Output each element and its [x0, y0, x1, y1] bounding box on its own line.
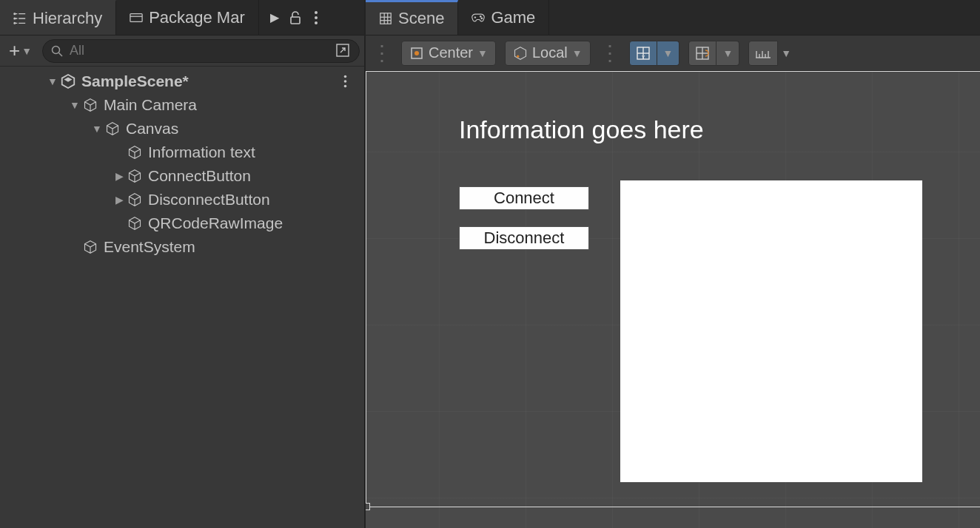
grid-toggle-group: Y ▼: [629, 41, 680, 66]
hierarchy-item-label: Main Camera: [104, 96, 358, 114]
unity-scene-icon: [59, 72, 77, 90]
snap-increment-icon: [695, 46, 710, 61]
hierarchy-item-label: ConnectButton: [148, 167, 358, 185]
svg-point-14: [344, 85, 347, 88]
gameobject-cube-icon: [126, 191, 144, 209]
chevron-down-icon: ▼: [21, 45, 32, 57]
svg-point-1: [14, 18, 16, 19]
space-mode-label: Local: [532, 44, 568, 61]
svg-point-13: [344, 80, 347, 83]
chevron-down-icon: ▼: [477, 47, 488, 59]
toolbar-separator: ⋮: [600, 41, 620, 65]
pivot-mode-button[interactable]: Center ▼: [401, 41, 496, 66]
hierarchy-item-connect-button[interactable]: ▶ ConnectButton: [0, 164, 364, 188]
chevron-down-icon: ▼: [722, 47, 733, 59]
gamepad-icon: [471, 11, 485, 24]
hierarchy-tree: ▼ SampleScene* ▼ Main Camera ▼ Canvas: [0, 67, 364, 262]
expand-arrow-icon[interactable]: ▶: [113, 170, 126, 182]
tab-game[interactable]: Game: [458, 0, 549, 35]
svg-point-9: [53, 46, 60, 53]
lock-icon[interactable]: [289, 11, 302, 24]
svg-point-26: [517, 55, 519, 57]
svg-point-0: [14, 13, 16, 14]
scene-panel: Scene Game ⋮ Center ▼ Local ▼ ⋮: [366, 0, 980, 528]
tab-overflow-arrow-icon[interactable]: ▶: [268, 11, 281, 24]
hierarchy-item-label: Information text: [148, 143, 358, 161]
chevron-down-icon: ▼: [663, 47, 674, 59]
svg-point-12: [344, 75, 347, 78]
ruler-button[interactable]: [748, 41, 778, 66]
tab-scene-label: Scene: [398, 9, 444, 28]
pivot-mode-label: Center: [429, 44, 473, 61]
disconnect-button[interactable]: Disconnect: [459, 226, 589, 250]
hierarchy-panel: Hierarchy Package Mar ▶ + ▼: [0, 0, 366, 528]
plus-icon: +: [9, 39, 20, 62]
right-tabs: Scene Game: [366, 0, 980, 35]
gameobject-cube-icon: [126, 143, 144, 161]
search-expand-icon[interactable]: [335, 43, 352, 59]
canvas-resize-handle[interactable]: [366, 503, 370, 510]
toolbar-separator: ⋮: [372, 41, 392, 65]
kebab-icon[interactable]: [343, 75, 358, 88]
svg-line-10: [59, 53, 63, 56]
scene-grid-icon: [379, 12, 392, 25]
snap-increment-group: ▼: [688, 41, 739, 66]
hierarchy-toolbar: + ▼: [0, 35, 364, 67]
chevron-down-icon: ▼: [572, 47, 583, 59]
grid-snap-button[interactable]: Y: [629, 41, 657, 66]
hierarchy-search[interactable]: [42, 39, 360, 63]
hierarchy-item-label: SampleScene*: [81, 72, 343, 90]
hierarchy-item-main-camera[interactable]: ▼ Main Camera: [0, 93, 364, 117]
gameobject-cube-icon: [81, 96, 99, 114]
grid-snap-dropdown[interactable]: ▼: [657, 41, 680, 66]
tab-package-manager[interactable]: Package Mar: [116, 0, 259, 35]
expand-arrow-icon[interactable]: ▶: [113, 194, 126, 206]
qrcode-raw-image[interactable]: [620, 180, 922, 482]
hierarchy-icon: [13, 12, 27, 25]
space-local-icon: [513, 46, 528, 61]
svg-rect-15: [380, 13, 391, 24]
package-icon: [130, 11, 143, 24]
add-button[interactable]: + ▼: [4, 38, 36, 64]
hierarchy-item-label: QRCodeRawImage: [148, 214, 358, 232]
tab-game-label: Game: [491, 8, 535, 27]
svg-point-7: [315, 16, 318, 19]
tab-scene[interactable]: Scene: [366, 0, 458, 35]
ruler-group: ▼: [748, 41, 794, 66]
grid-snap-icon: Y: [636, 46, 651, 61]
expand-arrow-icon[interactable]: ▼: [68, 99, 81, 111]
pivot-center-icon: [409, 46, 424, 61]
kebab-icon[interactable]: [309, 11, 323, 24]
scene-viewport[interactable]: Information goes here Connect Disconnect: [366, 71, 980, 528]
svg-point-23: [481, 18, 483, 19]
hierarchy-item-label: EventSystem: [104, 238, 358, 256]
hierarchy-item-canvas[interactable]: ▼ Canvas: [0, 117, 364, 141]
ruler-dropdown[interactable]: ▼: [778, 41, 794, 66]
hierarchy-item-qrcode-rawimage[interactable]: QRCodeRawImage: [0, 211, 364, 235]
expand-arrow-icon[interactable]: ▼: [46, 75, 59, 87]
tab-package-manager-label: Package Mar: [149, 8, 245, 27]
svg-point-2: [14, 22, 16, 24]
search-icon: [50, 44, 64, 58]
ruler-icon: [755, 47, 771, 59]
svg-point-6: [315, 11, 318, 14]
chevron-down-icon: ▼: [781, 47, 791, 59]
gameobject-cube-icon: [81, 238, 99, 256]
gameobject-cube-icon: [126, 167, 144, 185]
expand-arrow-icon[interactable]: ▼: [90, 123, 104, 135]
snap-increment-dropdown[interactable]: ▼: [716, 41, 739, 66]
search-input[interactable]: [70, 43, 329, 58]
svg-rect-3: [130, 13, 142, 21]
tab-overflow-controls: ▶: [259, 0, 332, 35]
space-mode-button[interactable]: Local ▼: [505, 41, 591, 66]
svg-point-8: [315, 21, 318, 24]
connect-button[interactable]: Connect: [459, 186, 589, 210]
hierarchy-item-disconnect-button[interactable]: ▶ DisconnectButton: [0, 188, 364, 211]
gameobject-cube-icon: [126, 214, 144, 232]
hierarchy-scene-row[interactable]: ▼ SampleScene*: [0, 70, 364, 93]
snap-increment-button[interactable]: [688, 41, 716, 66]
information-text[interactable]: Information goes here: [459, 115, 704, 144]
hierarchy-item-event-system[interactable]: EventSystem: [0, 235, 364, 259]
tab-hierarchy[interactable]: Hierarchy: [0, 0, 116, 35]
hierarchy-item-information-text[interactable]: Information text: [0, 141, 364, 164]
